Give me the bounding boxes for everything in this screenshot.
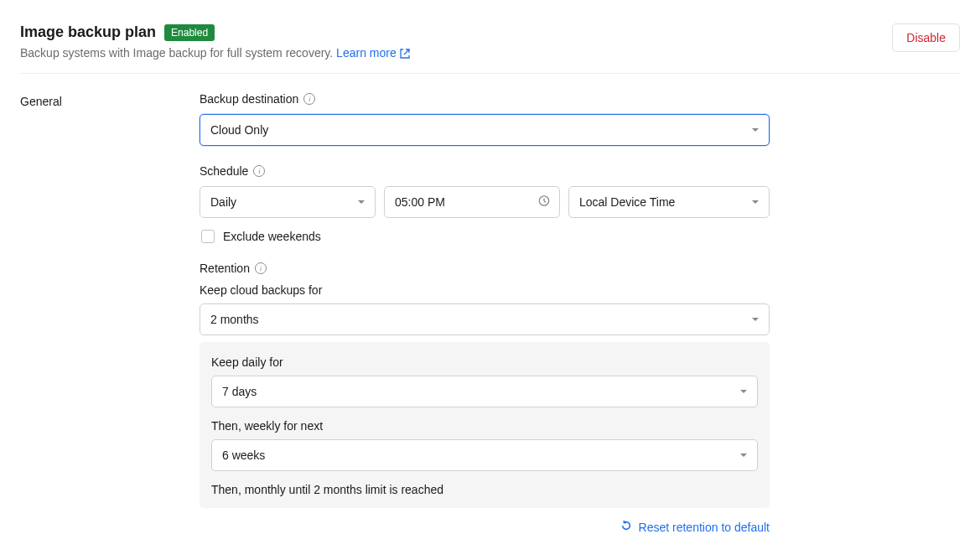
info-icon[interactable]: i xyxy=(253,165,265,177)
reset-retention-link[interactable]: Reset retention to default xyxy=(620,520,770,534)
keep-daily-select-wrapper: 7 days xyxy=(211,376,758,407)
reset-row: Reset retention to default xyxy=(200,520,770,534)
reset-label: Reset retention to default xyxy=(639,521,770,534)
monthly-note: Then, monthly until 2 months limit is re… xyxy=(211,483,758,496)
fields-column: Backup destination i Cloud Only Schedule… xyxy=(200,92,770,534)
frequency-select-wrapper: Daily xyxy=(200,186,376,218)
destination-select[interactable]: Cloud Only xyxy=(200,114,770,146)
info-icon[interactable]: i xyxy=(303,93,315,105)
exclude-weekends-checkbox[interactable] xyxy=(201,230,215,243)
exclude-weekends-label: Exclude weekends xyxy=(223,230,321,243)
retention-secondary-panel: Keep daily for 7 days Then, weekly for n… xyxy=(200,342,770,508)
page-title: Image backup plan xyxy=(20,23,156,41)
subtitle-text: Backup systems with Image backup for ful… xyxy=(20,46,336,60)
keep-daily-select[interactable]: 7 days xyxy=(211,376,758,407)
destination-label: Backup destination xyxy=(200,92,298,106)
page-subtitle: Backup systems with Image backup for ful… xyxy=(20,46,892,60)
weekly-select-wrapper: 6 weeks xyxy=(211,439,758,471)
keep-daily-label: Keep daily for xyxy=(211,355,758,369)
learn-more-link[interactable]: Learn more xyxy=(336,46,410,60)
destination-label-row: Backup destination i xyxy=(200,92,770,106)
keep-cloud-select-wrapper: 2 months xyxy=(200,303,770,335)
frequency-value: Daily xyxy=(210,195,236,209)
reset-icon xyxy=(620,520,632,534)
weekly-value: 6 weeks xyxy=(222,449,265,462)
retention-label-row: Retention i xyxy=(200,262,770,275)
time-input-wrapper: 05:00 PM xyxy=(384,186,560,218)
status-badge-enabled: Enabled xyxy=(164,24,215,41)
keep-daily-value: 7 days xyxy=(222,385,257,398)
frequency-select[interactable]: Daily xyxy=(200,186,376,218)
field-group-destination: Backup destination i Cloud Only xyxy=(200,92,770,146)
keep-cloud-select[interactable]: 2 months xyxy=(200,303,770,335)
retention-label: Retention xyxy=(200,262,250,275)
field-group-retention: Retention i Keep cloud backups for 2 mon… xyxy=(200,262,770,534)
timezone-value: Local Device Time xyxy=(579,195,675,209)
weekly-label: Then, weekly for next xyxy=(211,419,758,433)
exclude-weekends-row: Exclude weekends xyxy=(200,230,770,243)
clock-icon xyxy=(538,195,550,210)
destination-select-wrapper: Cloud Only xyxy=(200,114,770,146)
section-label-column: General xyxy=(20,92,200,534)
keep-cloud-label: Keep cloud backups for xyxy=(200,283,770,297)
field-group-schedule: Schedule i Daily 05:00 PM xyxy=(200,164,770,243)
learn-more-text: Learn more xyxy=(336,46,397,60)
schedule-row: Daily 05:00 PM Local Device Time xyxy=(200,186,770,218)
destination-value: Cloud Only xyxy=(210,123,268,137)
keep-cloud-value: 2 months xyxy=(210,313,259,326)
timezone-select[interactable]: Local Device Time xyxy=(568,186,770,218)
divider xyxy=(20,73,960,74)
schedule-label: Schedule xyxy=(200,164,248,178)
header-left: Image backup plan Enabled Backup systems… xyxy=(20,23,892,60)
time-value: 05:00 PM xyxy=(395,195,445,209)
form-grid: General Backup destination i Cloud Only … xyxy=(20,92,960,534)
info-icon[interactable]: i xyxy=(255,262,267,274)
title-row: Image backup plan Enabled xyxy=(20,23,892,41)
external-link-icon xyxy=(400,48,410,58)
page-header: Image backup plan Enabled Backup systems… xyxy=(20,23,960,60)
weekly-select[interactable]: 6 weeks xyxy=(211,439,758,471)
schedule-label-row: Schedule i xyxy=(200,164,770,178)
timezone-select-wrapper: Local Device Time xyxy=(568,186,770,218)
time-input[interactable]: 05:00 PM xyxy=(384,186,560,218)
section-label-general: General xyxy=(20,92,200,108)
disable-button[interactable]: Disable xyxy=(892,23,960,52)
